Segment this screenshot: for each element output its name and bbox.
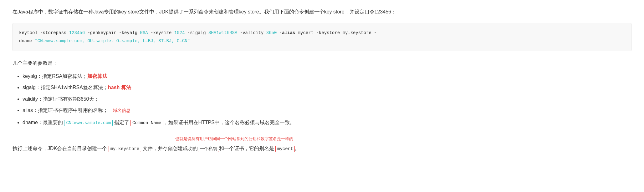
bottom-mycert-box: mycert: [275, 146, 295, 152]
code-genkey: -genkeypair -keyalg: [85, 30, 140, 35]
code-block: keytool -storepass 123456 -genkeypair -k…: [13, 23, 631, 51]
param-validity-label: validity：指定证书有效期3650天；: [23, 96, 99, 102]
code-dname-label: dname: [19, 38, 35, 43]
param-alias-label: alias：指定证书在程序中引用的名称；: [23, 108, 108, 113]
bottom-private-key-box: 一个私钥: [198, 146, 219, 152]
bottom-section: 也就是说所有用户访问同一个网站拿到的公钥和数字签名是一样的 执行上述命令，JDK…: [13, 134, 631, 153]
code-alias-val: mycert -keystore my.keystore -: [295, 30, 376, 35]
code-sha1: SHA1withRSA: [208, 30, 237, 35]
param-sigalg-highlight: hash 算法: [108, 85, 131, 90]
list-item-alias: alias：指定证书在程序中引用的名称； 域名信息: [23, 106, 631, 115]
bottom-annotation: 也就是说所有用户访问同一个网站拿到的公钥和数字签名是一样的: [175, 135, 293, 143]
code-pass: 123456: [69, 30, 85, 35]
bottom-text-mid2: 和一个证书，它的别名是: [219, 146, 275, 151]
param-dname-after: ，如果证书用在HTTPS中，这个名称必须与域名完全一致。: [163, 120, 295, 125]
param-alias-annotation: 域名信息: [113, 108, 130, 113]
code-line-2: dname "CN=www.sample.com, OU=sample, O=s…: [19, 37, 625, 45]
code-line-1: keytool -storepass 123456 -genkeypair -k…: [19, 29, 625, 37]
param-dname-prefix: dname：最重要的: [23, 120, 64, 125]
bottom-text-after: 。: [295, 146, 300, 151]
code-space: [277, 30, 279, 35]
code-keytool: keytool -storepass: [19, 30, 69, 35]
bottom-text-mid: 文件，并存储创建成功的: [141, 146, 197, 151]
code-validity-label: -validity: [237, 30, 266, 35]
param-dname-common-name-box: Common Name: [130, 120, 163, 126]
param-list: keyalg：指定RSA加密算法；加密算法 sigalg：指定SHA1withR…: [13, 72, 631, 128]
code-validity-val: 3650: [266, 30, 277, 35]
code-keysize: -keysize: [148, 30, 174, 35]
bottom-keystore-box: my.keystore: [109, 146, 141, 152]
code-size: 1024: [174, 30, 185, 35]
code-alias-bold: -alias: [279, 30, 295, 35]
param-keyalg-highlight: 加密算法: [87, 73, 107, 79]
param-keyalg-label: keyalg：指定RSA加密算法；: [23, 73, 87, 79]
bottom-text-before: 执行上述命令，JDK会在当前目录创建一个: [13, 146, 109, 151]
intro-paragraph: 在Java程序中，数字证书存储在一种Java专用的key store文件中，JD…: [13, 8, 631, 17]
code-dname-val: "CN=www.sample.com, OU=sample, O=sample,…: [35, 38, 190, 43]
code-rsa: RSA: [140, 30, 148, 35]
param-dname-cn-box: CN=www.sample.com: [64, 120, 113, 126]
list-item-sigalg: sigalg：指定SHA1withRSA签名算法；hash 算法: [23, 83, 631, 92]
code-sigalg-label: -sigalg: [185, 30, 208, 35]
param-sigalg-label: sigalg：指定SHA1withRSA签名算法；: [23, 85, 108, 90]
list-item-validity: validity：指定证书有效期3650天；: [23, 94, 631, 104]
list-item-keyalg: keyalg：指定RSA加密算法；加密算法: [23, 72, 631, 81]
list-item-dname: dname：最重要的 CN=www.sample.com 指定了 Common …: [23, 117, 631, 128]
section-title: 几个主要的参数是：: [13, 59, 631, 68]
param-dname-mid: 指定了: [113, 120, 130, 125]
